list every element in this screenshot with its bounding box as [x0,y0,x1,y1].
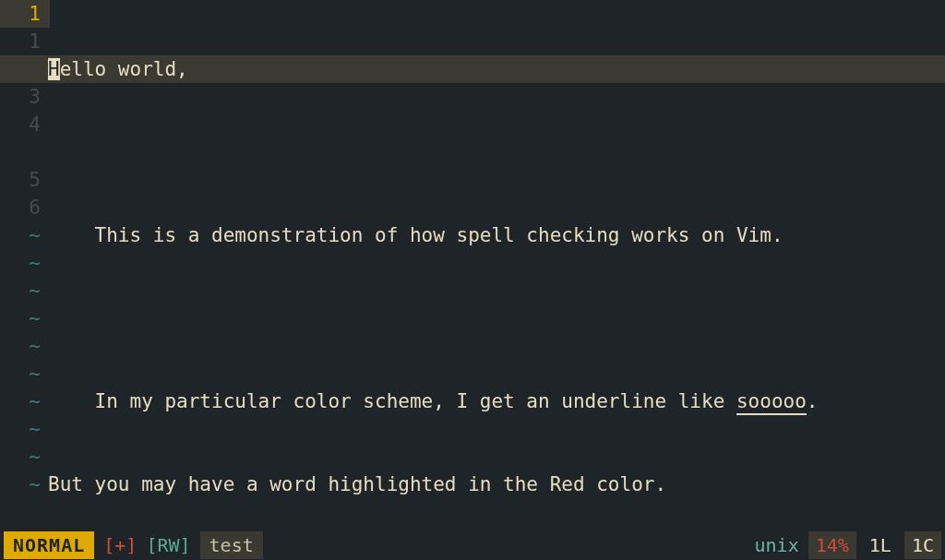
percent-box: 14% [808,531,856,559]
cursor: H [48,58,60,80]
empty-line-tilde: ~ [0,443,41,471]
text-content[interactable]: Hello world, This is a demonstration of … [48,0,945,532]
modified-flag: [+] [103,531,137,559]
empty-line-tilde: ~ [0,277,41,304]
empty-line-tilde: ~ [0,332,41,360]
empty-line-tilde: ~ [0,471,41,498]
line-number-rel: 4 [0,111,41,138]
vim-editor: 1 1 2 3 4 5 6 ~ ~ ~ ~ ~ ~ ~ ~ ~ ~ Hello … [0,0,945,560]
spell-error-word[interactable]: sooooo [736,390,807,415]
text: . [807,390,819,412]
line-position: 1L [866,531,895,559]
column-position: 1C [904,531,941,559]
file-format: unix [755,531,799,559]
empty-line-tilde: ~ [0,221,41,249]
line-number-rel: 1 [0,28,41,55]
status-line: NORMAL [+] [RW] test unix 14% 1L 1C [0,532,945,560]
line-number-rel: 5 [0,166,41,194]
empty-line-tilde: ~ [0,387,41,415]
empty-line-tilde: ~ [0,304,41,332]
mode-indicator: NORMAL [4,531,94,559]
text-line-5[interactable]: In my particular color scheme, I get an … [48,387,936,415]
file-name: test [200,531,263,559]
line-number-wrap [0,138,41,166]
text: ello world, [60,58,188,80]
text-line-2[interactable] [48,138,936,166]
empty-line-tilde: ~ [0,249,41,277]
text: In my particular color scheme, I get an … [48,390,736,412]
empty-line-tilde: ~ [0,415,41,443]
text-line-3[interactable]: This is a demonstration of how spell che… [48,221,936,249]
text-line-1[interactable]: Hello world, [0,55,945,83]
text-line-5-wrap[interactable]: But you may have a word highlighted in t… [48,471,936,498]
line-number-rel: 3 [0,83,41,111]
text-line-4[interactable] [48,304,936,332]
readwrite-flag: [RW] [146,531,190,559]
line-number-current: 1 [0,0,50,28]
buffer-area[interactable]: 1 1 2 3 4 5 6 ~ ~ ~ ~ ~ ~ ~ ~ ~ ~ Hello … [0,0,945,532]
percent-through-file: 14% [816,534,849,556]
empty-line-tilde: ~ [0,360,41,387]
line-number-rel: 6 [0,194,41,221]
